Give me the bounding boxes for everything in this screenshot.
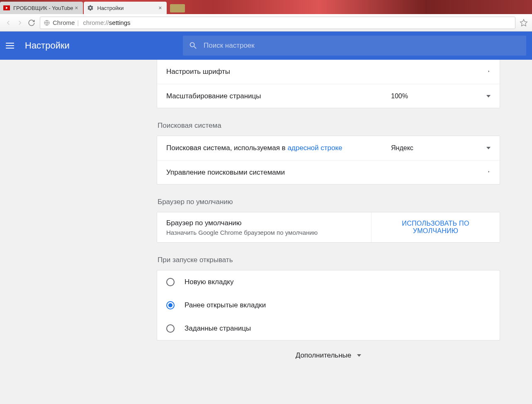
advanced-toggle[interactable]: Дополнительные — [157, 341, 500, 364]
default-browser-row: Браузер по умолчанию Назначить Google Ch… — [157, 212, 500, 242]
startup-option-specific[interactable]: Заданные страницы — [157, 317, 500, 340]
tab-youtube[interactable]: ГРОБОВЩИК - YouTube × — [0, 2, 83, 14]
search-engine-row: Поисковая система, используемая в адресн… — [157, 136, 500, 160]
address-bar-link[interactable]: адресной строке — [287, 144, 342, 152]
radio-label: Заданные страницы — [185, 324, 251, 333]
url-scheme: chrome:// — [83, 19, 109, 26]
page-zoom-row: Масштабирование страницы 100% — [157, 84, 500, 108]
address-bar[interactable]: Chrome | chrome://settings — [40, 17, 515, 29]
row-label: Масштабирование страницы — [166, 92, 391, 100]
row-label: Управление поисковыми системами — [166, 168, 487, 177]
settings-header: Настройки — [0, 32, 532, 60]
youtube-icon — [3, 5, 10, 11]
chevron-down-icon — [486, 95, 491, 97]
chevron-right-icon — [487, 169, 491, 176]
customize-fonts-row[interactable]: Настроить шрифты — [157, 60, 500, 84]
browser-tabstrip: ГРОБОВЩИК - YouTube × Настройки × — [0, 0, 532, 14]
radio-label: Новую вкладку — [185, 278, 233, 286]
row-label: Поисковая система, используемая в адресн… — [166, 144, 391, 152]
tab-title: Настройки — [97, 5, 157, 11]
close-icon[interactable]: × — [73, 5, 80, 11]
security-chip: Chrome | — [44, 19, 81, 26]
make-default-button[interactable]: ИСПОЛЬЗОВАТЬ ПО УМОЛЧАНИЮ — [371, 212, 500, 242]
section-title-on-startup: При запуске открывать — [157, 256, 500, 264]
search-engine-dropdown[interactable]: Яндекс — [391, 144, 491, 152]
settings-content: Настроить шрифты Масштабирование страниц… — [0, 60, 532, 404]
gear-icon — [87, 5, 94, 11]
row-subtitle: Назначить Google Chrome браузером по умо… — [166, 229, 362, 236]
close-icon[interactable]: × — [157, 5, 163, 11]
row-label: Настроить шрифты — [166, 68, 487, 76]
search-engine-card: Поисковая система, используемая в адресн… — [157, 136, 500, 185]
manage-search-engines-row[interactable]: Управление поисковыми системами — [157, 160, 500, 184]
default-browser-card: Браузер по умолчанию Назначить Google Ch… — [157, 212, 500, 243]
tab-title: ГРОБОВЩИК - YouTube — [13, 5, 73, 11]
on-startup-card: Новую вкладку Ранее открытые вкладки Зад… — [157, 270, 500, 341]
radio-label: Ранее открытые вкладки — [185, 301, 266, 309]
section-title-default-browser: Браузер по умолчанию — [157, 198, 500, 206]
url-path: settings — [109, 19, 131, 26]
chevron-right-icon — [487, 68, 491, 75]
menu-icon[interactable] — [6, 40, 17, 51]
svg-marker-1 — [520, 19, 527, 26]
page-title: Настройки — [25, 40, 70, 51]
chevron-down-icon — [357, 354, 361, 357]
back-button[interactable] — [2, 17, 14, 29]
radio-icon — [166, 278, 175, 286]
startup-option-newtab[interactable]: Новую вкладку — [157, 270, 500, 294]
chip-label: Chrome — [53, 19, 75, 26]
radio-icon — [166, 324, 175, 333]
settings-search[interactable] — [183, 36, 526, 56]
row-text: Поисковая система, используемая в — [166, 144, 287, 152]
chevron-down-icon — [486, 147, 491, 149]
tab-settings[interactable]: Настройки × — [84, 2, 167, 14]
page-zoom-dropdown[interactable]: 100% — [391, 92, 491, 100]
search-icon — [189, 41, 198, 50]
radio-icon — [166, 301, 175, 309]
new-tab-button[interactable] — [170, 4, 185, 12]
forward-button[interactable] — [14, 17, 26, 29]
search-input[interactable] — [204, 41, 520, 50]
reload-button[interactable] — [26, 17, 37, 29]
startup-option-continue[interactable]: Ранее открытые вкладки — [157, 294, 500, 317]
section-title-search-engine: Поисковая система — [157, 122, 500, 130]
dropdown-value: Яндекс — [391, 144, 413, 152]
advanced-label: Дополнительные — [296, 351, 352, 360]
row-title: Браузер по умолчанию — [166, 219, 362, 227]
browser-toolbar: Chrome | chrome://settings — [0, 14, 532, 32]
bookmark-star-icon[interactable] — [518, 17, 530, 29]
appearance-card: Настроить шрифты Масштабирование страниц… — [157, 60, 500, 108]
dropdown-value: 100% — [391, 92, 408, 100]
